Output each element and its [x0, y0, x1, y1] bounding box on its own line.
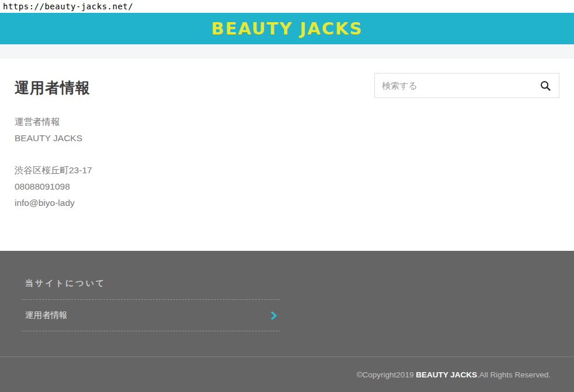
copyright-bar: ©Copyright2019 BEAUTY JACKS.All Rights R… — [0, 356, 574, 392]
header-sub-strip — [0, 44, 574, 58]
search-input[interactable] — [375, 74, 532, 97]
footer-nav-item-label: 運用者情報 — [25, 310, 68, 321]
search-box — [374, 73, 559, 98]
contact-info-block: 渋谷区桜丘町23-17 08088091098 info@biyo-lady — [15, 162, 559, 211]
url-bar: https://beauty-jacks.net/ — [0, 0, 574, 13]
page-url: https://beauty-jacks.net/ — [3, 2, 133, 11]
footer-nav-list: 運用者情報 — [22, 299, 280, 331]
operator-info-block: 運営者情報 BEAUTY JACKS — [15, 114, 559, 146]
search-button[interactable] — [532, 74, 559, 97]
page-title: 運用者情報 — [15, 78, 91, 97]
copyright-suffix: .All Rights Reserved. — [477, 370, 551, 379]
footer: 当サイトについて 運用者情報 ©Copyright2019 BEAUTY JAC… — [0, 251, 574, 392]
page-head: 運用者情報 — [15, 58, 559, 98]
footer-nav-heading: 当サイトについて — [25, 278, 574, 289]
operator-name: BEAUTY JACKS — [15, 130, 559, 146]
search-icon — [540, 80, 551, 92]
footer-nav: 当サイトについて 運用者情報 — [0, 251, 574, 356]
operator-label: 運営者情報 — [15, 114, 559, 130]
copyright-prefix: ©Copyright2019 — [357, 370, 416, 379]
chevron-right-icon — [271, 312, 277, 320]
operator-address: 渋谷区桜丘町23-17 — [15, 162, 559, 178]
copyright-brand: BEAUTY JACKS — [416, 370, 477, 379]
operator-email: info@biyo-lady — [15, 195, 559, 211]
copyright-text: ©Copyright2019 BEAUTY JACKS.All Rights R… — [357, 370, 551, 379]
operator-phone: 08088091098 — [15, 178, 559, 195]
site-header: BEAUTY JACKS — [0, 13, 574, 44]
main-content: 運用者情報 運営者情報 BEAUTY JACKS 渋谷区桜丘町23-17 080… — [0, 58, 574, 251]
footer-nav-item-operator-info[interactable]: 運用者情報 — [22, 300, 280, 331]
site-logo[interactable]: BEAUTY JACKS — [211, 19, 363, 38]
